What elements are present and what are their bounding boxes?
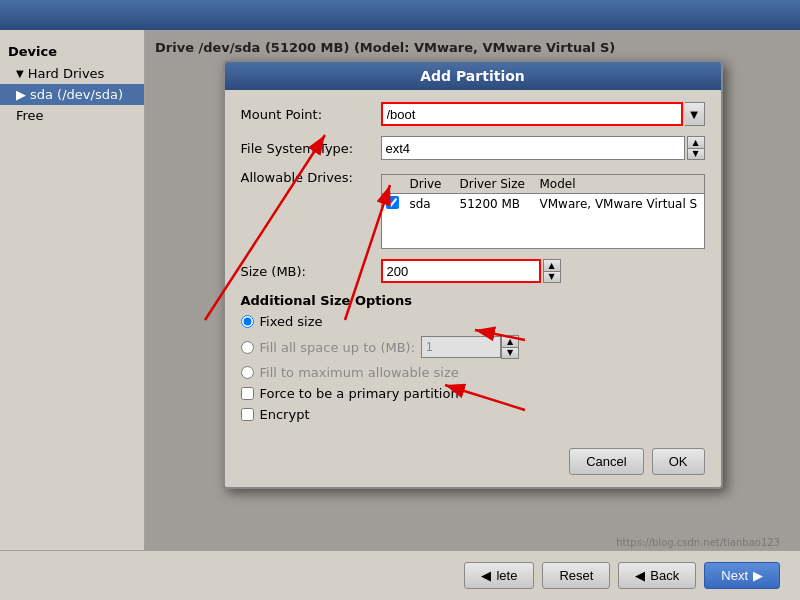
allowable-drives-label: Allowable Drives: [241,170,381,185]
drives-row-drive: sda [410,197,460,211]
fill-input-wrapper: ▲ ▼ [421,335,541,359]
mount-point-label: Mount Point: [241,107,381,122]
encrypt-label: Encrypt [260,407,310,422]
sidebar-item-sda[interactable]: ▶ sda (/dev/sda) [0,84,144,105]
encrypt-row: Encrypt [241,407,705,422]
radio-max[interactable] [241,366,254,379]
allowable-drives-table-wrapper: Drive Driver Size Model sda 51200 M [381,170,705,249]
size-label: Size (MB): [241,264,381,279]
drives-row-size: 51200 MB [460,197,540,211]
back-arrow-icon: ◀ [635,568,645,583]
drives-header-size: Driver Size [460,177,540,191]
filesystem-spinner-up[interactable]: ▲ [687,136,705,148]
next-label: Next [721,568,748,583]
radio-max-row: Fill to maximum allowable size [241,365,705,380]
mount-point-row: Mount Point: ▼ [241,102,705,126]
filesystem-label: File System Type: [241,141,381,156]
drives-checkbox[interactable] [386,196,399,209]
radio-fill-row: Fill all space up to (MB): ▲ ▼ [241,335,705,359]
sidebar-sda-icon: ▶ [16,87,26,102]
encrypt-checkbox[interactable] [241,408,254,421]
dialog-overlay: Add Partition Mount Point: ▼ File System… [145,30,800,550]
mount-point-control: ▼ [381,102,705,126]
delete-button[interactable]: ◀ lete [464,562,534,589]
additional-size-header: Additional Size Options [241,293,705,308]
content-area: Drive /dev/sda (51200 MB) (Model: VMware… [145,30,800,550]
force-primary-label: Force to be a primary partition [260,386,459,401]
radio-group: Fixed size Fill all space up to (MB): ▲ … [241,314,705,380]
table-row: sda 51200 MB VMware, VMware Virtual S [382,194,704,214]
drives-row-check[interactable] [386,196,410,212]
drives-table-header: Drive Driver Size Model [382,175,704,194]
dialog-buttons: Cancel OK [225,440,721,487]
ok-button[interactable]: OK [652,448,705,475]
drives-header-drive: Drive [410,177,460,191]
fill-spinner-down[interactable]: ▼ [501,347,519,359]
drives-table: Drive Driver Size Model sda 51200 M [381,174,705,249]
filesystem-spinner-down[interactable]: ▼ [687,148,705,160]
bottom-bar: ◀ lete Reset ◀ Back Next ▶ [0,550,800,600]
add-partition-dialog: Add Partition Mount Point: ▼ File System… [223,60,723,489]
filesystem-row: File System Type: ▲ ▼ [241,136,705,160]
sidebar-item-free[interactable]: Free [0,105,144,126]
dialog-title: Add Partition [225,62,721,90]
drives-row-model: VMware, VMware Virtual S [540,197,700,211]
size-spinner: ▲ ▼ [543,259,561,283]
dialog-body: Mount Point: ▼ File System Type: ▲ [225,90,721,440]
force-primary-row: Force to be a primary partition [241,386,705,401]
radio-fixed-row: Fixed size [241,314,705,329]
size-spinner-down[interactable]: ▼ [543,271,561,283]
radio-max-label: Fill to maximum allowable size [260,365,459,380]
delete-icon: ◀ [481,568,491,583]
sidebar-hard-drives-label: Hard Drives [28,66,105,81]
drives-header-model: Model [540,177,700,191]
radio-fill-label: Fill all space up to (MB): [260,340,416,355]
mount-point-input[interactable] [381,102,683,126]
top-bar [0,0,800,30]
cancel-button[interactable]: Cancel [569,448,643,475]
radio-fixed[interactable] [241,315,254,328]
radio-fill[interactable] [241,341,254,354]
mount-point-dropdown-btn[interactable]: ▼ [685,102,705,126]
filesystem-spinner: ▲ ▼ [687,136,705,160]
size-row: Size (MB): ▲ ▼ [241,259,705,283]
size-control: ▲ ▼ [381,259,705,283]
size-input[interactable] [381,259,541,283]
next-arrow-icon: ▶ [753,568,763,583]
size-spinner-up[interactable]: ▲ [543,259,561,271]
reset-button[interactable]: Reset [542,562,610,589]
sidebar: Device ▼ Hard Drives ▶ sda (/dev/sda) Fr… [0,30,145,550]
force-primary-checkbox[interactable] [241,387,254,400]
fill-spinner: ▲ ▼ [501,335,519,359]
filesystem-control: ▲ ▼ [381,136,705,160]
back-label: Back [650,568,679,583]
drives-header-check [386,177,410,191]
fill-spinner-up[interactable]: ▲ [501,335,519,347]
sidebar-item-hard-drives[interactable]: ▼ Hard Drives [0,63,144,84]
delete-label: lete [496,568,517,583]
sidebar-sda-label: sda (/dev/sda) [30,87,123,102]
fill-value-input[interactable] [421,336,501,358]
sidebar-device-label: Device [0,40,144,63]
radio-fixed-label: Fixed size [260,314,323,329]
hard-drives-arrow: ▼ [16,68,24,79]
next-button[interactable]: Next ▶ [704,562,780,589]
allowable-drives-row: Allowable Drives: Drive Driver Size Mode… [241,170,705,249]
filesystem-input[interactable] [381,136,685,160]
back-button[interactable]: ◀ Back [618,562,696,589]
main-area: Device ▼ Hard Drives ▶ sda (/dev/sda) Fr… [0,30,800,550]
sidebar-free-label: Free [16,108,44,123]
